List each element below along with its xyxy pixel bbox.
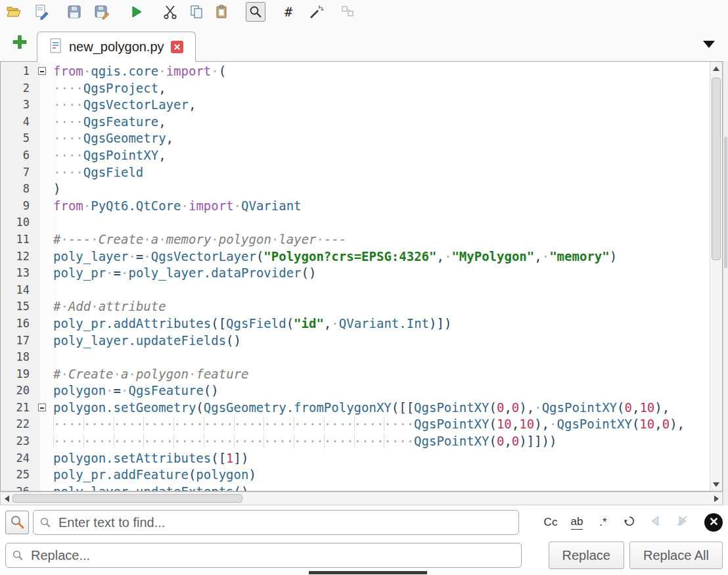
code-line: 11#·---·Create·a·memory·polygon·layer·--… <box>1 231 722 248</box>
search-icon <box>39 517 51 528</box>
line-number: 9 <box>1 198 35 215</box>
open-in-external-editor-button[interactable] <box>32 2 51 22</box>
code-line: 25poly_pr.addFeature(polygon) <box>1 467 722 484</box>
line-number: 25 <box>1 467 35 484</box>
code-line: 5····QgsGeometry, <box>1 130 722 147</box>
line-number: 26 <box>1 484 35 492</box>
code-line: 21polygon.setGeometry(QgsGeometry.fromPo… <box>1 400 722 417</box>
line-number: 14 <box>1 282 35 299</box>
scroll-down-button[interactable] <box>710 479 722 490</box>
regex-button[interactable]: .* <box>590 511 616 534</box>
panel-divider <box>309 571 427 574</box>
fold-column <box>35 382 52 400</box>
magnifier-icon <box>248 4 263 20</box>
code-line: 6····QgsPointXY, <box>1 147 722 164</box>
code-line: 12poly_layer·=·QgsVectorLayer("Polygon?c… <box>1 248 722 265</box>
scroll-up-button[interactable] <box>710 63 722 74</box>
fold-marker[interactable] <box>38 403 46 411</box>
fold-column <box>35 114 52 131</box>
reformat-code-button[interactable] <box>306 2 326 22</box>
line-number: 1 <box>1 63 35 80</box>
line-number: 17 <box>1 333 35 350</box>
fold-marker[interactable] <box>38 67 46 75</box>
line-number: 11 <box>1 231 35 248</box>
line-number: 21 <box>1 400 35 417</box>
save-as-button[interactable] <box>92 2 112 22</box>
wrap-around-button[interactable] <box>616 511 643 534</box>
code-line-text: poly_layer·=·QgsVectorLayer("Polygon?crs… <box>53 248 617 265</box>
right-arrow-icon <box>714 495 719 502</box>
scroll-right-button[interactable] <box>711 493 721 504</box>
match-case-button[interactable]: Cc <box>537 511 564 534</box>
code-line-text: #·Create·a·polygon·feature <box>53 366 249 383</box>
match-case-label: Cc <box>544 516 558 529</box>
paste-button[interactable] <box>212 2 231 22</box>
replace-button[interactable]: Replace <box>549 541 624 569</box>
code-line-text: poly_pr·=·poly_layer.dataProvider() <box>53 265 316 282</box>
fold-column <box>35 97 52 114</box>
run-script-button[interactable] <box>126 2 146 22</box>
find-next-button[interactable] <box>669 511 695 534</box>
vertical-scroll-thumb[interactable] <box>712 78 721 260</box>
fold-column <box>35 349 52 366</box>
qgis-python-editor-window: # new_polygon.py 1from·qgis.core·import·… <box>0 0 728 575</box>
open-script-button[interactable] <box>4 2 24 22</box>
close-find-bar-button[interactable] <box>704 513 723 532</box>
find-input[interactable] <box>33 510 519 535</box>
fold-column <box>35 298 52 315</box>
code-line-text: poly_layer.updateExtents() <box>53 484 248 492</box>
replace-input[interactable] <box>5 543 522 568</box>
object-inspector-button[interactable] <box>338 2 357 22</box>
save-button[interactable] <box>64 2 84 22</box>
panel-scroll-thumb[interactable] <box>724 137 727 268</box>
editor-horizontal-scrollbar[interactable] <box>0 492 723 505</box>
code-line: 1from·qgis.core·import·( <box>1 63 722 80</box>
fold-column <box>35 63 52 80</box>
find-previous-button[interactable] <box>643 511 669 534</box>
line-number: 24 <box>1 450 35 467</box>
down-arrow-icon <box>713 482 719 487</box>
editor-vertical-scrollbar[interactable] <box>710 62 722 491</box>
find-bar-icon-button[interactable] <box>5 511 29 534</box>
line-number: 19 <box>1 366 35 383</box>
fold-column <box>35 416 52 433</box>
code-line: 7····QgsField <box>1 164 722 181</box>
code-line: 14 <box>1 282 722 299</box>
scroll-left-button[interactable] <box>1 493 12 504</box>
tab-list-dropdown-button[interactable] <box>700 37 717 52</box>
close-tab-button[interactable] <box>171 41 183 53</box>
panel-scrollbar[interactable] <box>723 61 728 505</box>
fold-column <box>35 450 52 467</box>
fold-column <box>35 484 52 492</box>
code-line: 10 <box>1 214 722 231</box>
save-icon <box>66 4 82 20</box>
line-number: 12 <box>1 248 35 265</box>
fold-column <box>35 333 52 350</box>
whole-word-button[interactable]: ab <box>564 511 590 534</box>
code-line-text: ········································… <box>53 416 685 433</box>
code-line-text: ····QgsFeature, <box>53 114 166 131</box>
code-line: 18 <box>1 349 722 366</box>
object-inspector-icon <box>340 4 355 20</box>
fold-column <box>35 164 52 181</box>
code-line-text: ········································… <box>53 433 557 450</box>
code-text-area[interactable]: 1from·qgis.core·import·(2····QgsProject,… <box>1 63 722 492</box>
magic-wand-icon <box>308 4 324 20</box>
fold-column <box>35 198 52 215</box>
code-line-text: ) <box>53 181 60 198</box>
horizontal-scroll-thumb[interactable] <box>12 494 242 503</box>
wrap-around-icon <box>623 515 636 531</box>
code-line-text: polygon.setGeometry(QgsGeometry.fromPoly… <box>53 400 670 417</box>
code-line-text: ····QgsVectorLayer, <box>53 97 196 114</box>
toggle-comment-button[interactable]: # <box>279 2 298 22</box>
find-text-button[interactable] <box>246 2 265 22</box>
cut-button[interactable] <box>160 2 180 22</box>
code-line-text: poly_pr.addFeature(polygon) <box>53 467 256 484</box>
line-number: 3 <box>1 97 35 114</box>
copy-button[interactable] <box>187 2 206 22</box>
code-line: 23······································… <box>1 433 722 450</box>
new-tab-button[interactable] <box>11 34 29 52</box>
whole-word-label: ab <box>571 515 583 530</box>
replace-all-button[interactable]: Replace All <box>629 541 723 569</box>
tab-new-polygon[interactable]: new_polygon.py <box>37 32 196 62</box>
